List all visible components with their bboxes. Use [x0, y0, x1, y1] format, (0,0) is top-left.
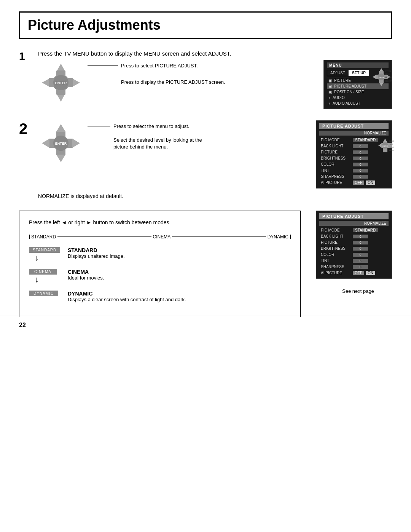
- pic-row-color-1-bar: 0: [353, 163, 368, 166]
- svg-text:FADE: FADE: [389, 143, 393, 145]
- ai-off-2: OFF: [353, 271, 364, 275]
- pic-row-backlight-2-bar: 0: [353, 235, 368, 238]
- pic-row-picture-2-label: PICTURE: [321, 240, 351, 244]
- step2-left-group: ENTER Press to select the menu to adjust…: [38, 120, 209, 166]
- svg-marker-28: [56, 124, 65, 132]
- menu-icon-position-size: ▣: [328, 90, 332, 94]
- label-display-screen: Press to display the PICTURE ADJUST scre…: [88, 79, 225, 85]
- modes-description: Press the left ◄ or right ► button to sw…: [29, 219, 291, 227]
- standard-arrow: ↓: [35, 254, 39, 262]
- page-title: Picture Adjustments: [19, 11, 392, 39]
- dynamic-text-col: DYNAMIC Displays a clear screen with con…: [68, 291, 186, 302]
- menu-ui-container: MENU ADJUST SET UP ▣ PICTURE ▣ PICTURE A…: [323, 60, 392, 109]
- pic-row-brightness-2: BRIGHTNESS 0: [319, 246, 389, 251]
- pic-row-picture-2-bar: 0: [353, 241, 368, 244]
- cinema-badge: CINEMA: [29, 269, 57, 275]
- step1-number: 1: [19, 50, 30, 62]
- pic-row-brightness-2-bar: 0: [353, 247, 368, 251]
- pic-row-picture-2: PICTURE 0: [319, 240, 389, 245]
- ai-on-2: ON: [366, 271, 375, 275]
- cinema-text-col: CINEMA Ideal for movies.: [68, 269, 104, 281]
- svg-text:RETURN: RETURN: [389, 146, 394, 148]
- svg-marker-31: [72, 139, 80, 148]
- svg-marker-30: [42, 139, 49, 148]
- menu-item-picture-label: PICTURE: [334, 78, 351, 83]
- label-select-level: Select the desired level by looking at t…: [88, 137, 209, 150]
- modes-diagram: STANDARD CINEMA DYNAMIC: [29, 234, 291, 240]
- dpad2-container: ENTER: [38, 120, 84, 166]
- ai-on-1: ON: [366, 181, 375, 185]
- dynamic-badge-col: DYNAMIC: [29, 291, 63, 296]
- pic-row-color-2-label: COLOR: [321, 252, 351, 257]
- pic-adjust-title-2: PICTURE ADJUST: [319, 213, 389, 219]
- cinema-badge-col: CINEMA ↓: [29, 269, 63, 284]
- diagram-label-cinema: CINEMA: [151, 234, 172, 240]
- step2-labels: Press to select the menu to adjust. Sele…: [88, 120, 209, 150]
- pic-row-aipicture-1: AI PICTURE OFF ON: [319, 180, 389, 185]
- pic-row-tint-1-label: TINT: [321, 168, 351, 173]
- cinema-desc: Ideal for movies.: [68, 275, 104, 281]
- pic-row-tint-1-bar: 0: [353, 169, 368, 173]
- pic-row-picmode-1-value: STANDARD: [353, 138, 378, 142]
- connector-line-3: [88, 126, 110, 126]
- modes-description-text: Press the left ◄ or right ► button to sw…: [29, 219, 170, 225]
- label-select-menu: Press to select the menu to adjust.: [88, 123, 209, 129]
- menu-item-audio-label: AUDIO: [333, 96, 345, 100]
- dynamic-desc: Displays a clear screen with contrast of…: [68, 297, 186, 302]
- menu-icon-picture-adjust: ▣: [328, 84, 332, 88]
- pic-row-aipicture-1-label: AI PICTURE: [321, 181, 351, 185]
- pic-row-brightness-2-label: BRIGHTNESS: [321, 246, 351, 251]
- menu-icon-audio-adjust: ♪: [328, 101, 330, 105]
- pic-row-brightness-1-label: BRIGHTNESS: [321, 156, 351, 160]
- pic-row-sharpness-1: SHARPNESS 0: [319, 174, 389, 179]
- dpad2-svg: ENTER: [38, 120, 84, 166]
- connector-line-4: [88, 140, 110, 140]
- bottom-right: PICTURE ADJUST NORMALIZE PIC MODE STANDA…: [316, 211, 392, 294]
- standard-badge-col: STANDARD ↓: [29, 247, 63, 262]
- pic-row-color-1-label: COLOR: [321, 162, 351, 166]
- cinema-name: CINEMA: [68, 269, 104, 275]
- svg-marker-29: [56, 155, 65, 162]
- menu-tab-setup: SET UP: [349, 70, 369, 76]
- diagram-label-dynamic: DYNAMIC: [266, 234, 290, 240]
- pic-row-backlight-2-label: BACK LIGHT: [321, 234, 351, 238]
- step1-main-row: ENTER: [38, 60, 392, 109]
- menu-icon-picture: ▣: [328, 78, 332, 83]
- menu-item-audio: ♪ AUDIO: [327, 95, 389, 101]
- dynamic-badge: DYNAMIC: [29, 291, 58, 296]
- step2-content: ENTER Press to select the menu to adjust…: [38, 120, 392, 199]
- page-divider: [0, 315, 411, 315]
- svg-text:ENTER: ENTER: [389, 140, 394, 142]
- svg-text:ENTER: ENTER: [379, 77, 384, 78]
- step2-inner: ENTER Press to select the menu to adjust…: [38, 120, 392, 189]
- pic-row-picture-1-bar: 0: [353, 150, 368, 154]
- see-next-text: See next page: [342, 288, 374, 294]
- dpad-right-container: ENTER ENTER ENTER FADE RETURN: [371, 67, 392, 89]
- connector-line-1: [88, 66, 118, 66]
- svg-text:ENTER: ENTER: [385, 70, 391, 72]
- pic-row-brightness-1-bar: 0: [353, 157, 368, 160]
- pic-row-color-2-bar: 0: [353, 253, 368, 257]
- standard-badge: STANDARD: [29, 247, 60, 253]
- dpad-svg: ENTER: [38, 60, 84, 105]
- label-select-level-text: Select the desired level by looking at t…: [113, 137, 209, 150]
- menu-item-picture-adjust-label: PICTURE ADJUST: [334, 84, 366, 88]
- dpad-right-svg: ENTER ENTER ENTER FADE RETURN: [371, 67, 392, 88]
- see-next-container: See next page: [339, 284, 374, 294]
- menu-item-position-size: ▣ POSITION / SIZE: [327, 89, 389, 95]
- pic-row-sharpness-2: SHARPNESS 0: [319, 264, 389, 270]
- svg-text:RETURN: RETURN: [385, 76, 392, 78]
- page-number: 22: [19, 322, 26, 329]
- pic-normalize-2: NORMALIZE: [319, 221, 389, 226]
- diagram-line-1: [57, 236, 151, 237]
- step2-section: 2 ENTER: [19, 120, 392, 199]
- pic-normalize-1: NORMALIZE: [319, 131, 389, 136]
- diagram-line-2: [172, 236, 266, 237]
- step2-number: 2: [19, 120, 30, 137]
- pic-row-picmode-1-label: PIC MODE: [321, 138, 351, 142]
- label-display-screen-text: Press to display the PICTURE ADJUST scre…: [121, 79, 225, 85]
- menu-item-audio-adjust: ♪ AUDIO ADJUST: [327, 101, 389, 106]
- menu-item-position-size-label: POSITION / SIZE: [334, 90, 364, 94]
- menu-tab-adjust: ADJUST: [327, 70, 349, 76]
- dynamic-name: DYNAMIC: [68, 291, 186, 297]
